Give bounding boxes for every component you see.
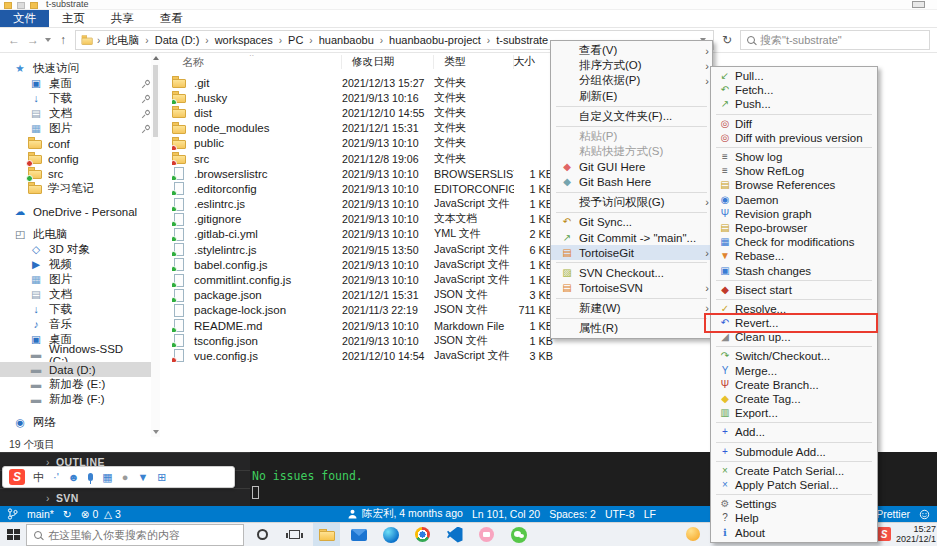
sidebar-item[interactable]: config	[0, 151, 160, 166]
menu-item[interactable]: YMerge...	[711, 364, 877, 378]
lang-chinese-icon[interactable]: 中	[33, 472, 44, 483]
menu-item[interactable]: ◉Daemon	[711, 193, 877, 207]
menu-item[interactable]: ≡Show RefLog	[711, 164, 877, 178]
emoji-icon[interactable]: ☻	[68, 472, 80, 483]
sidebar-item[interactable]: ▶视频	[0, 257, 160, 272]
sidebar-item[interactable]: ▬新加卷 (E:)	[0, 377, 160, 392]
indent-setting[interactable]: Spaces: 2	[549, 508, 596, 520]
sidebar-item[interactable]: ◰此电脑	[0, 227, 160, 242]
up-button[interactable]: ↑	[56, 33, 70, 47]
keyboard-icon[interactable]: ▦	[102, 472, 112, 483]
menu-item[interactable]: ⚙Settings	[711, 497, 877, 511]
menu-item[interactable]: ↶Fetch...	[711, 83, 877, 97]
sidebar-item[interactable]: ◉网络	[0, 415, 160, 430]
eol-setting[interactable]: LF	[644, 508, 656, 520]
search-input[interactable]	[760, 34, 923, 46]
sidebar-item[interactable]: ▤文档	[0, 106, 160, 121]
sidebar-item[interactable]: src	[0, 166, 160, 181]
breadcrumb-item[interactable]: huanbaobu	[315, 34, 378, 46]
problems-indicator[interactable]: ⊗ 0 △ 3	[81, 508, 121, 520]
menu-item[interactable]: ◆Bisect start	[711, 283, 877, 297]
menu-item[interactable]: 粘贴(P)	[551, 129, 712, 144]
search-box[interactable]	[740, 30, 930, 50]
taskbar-app-mail[interactable]	[345, 523, 372, 546]
sidebar-item[interactable]: ◇3D 对象	[0, 242, 160, 257]
encoding-setting[interactable]: UTF-8	[605, 508, 635, 520]
sidebar-item[interactable]: ★快速访问	[0, 61, 160, 76]
taskbar-search[interactable]	[26, 524, 244, 546]
menu-item[interactable]: ▤Repo-browser	[711, 221, 877, 235]
sidebar-scrollbar[interactable]	[151, 53, 160, 437]
menu-item[interactable]: 粘贴快捷方式(S)	[551, 144, 712, 159]
menu-item[interactable]: ↙Pull...	[711, 69, 877, 83]
breadcrumb-item[interactable]: workspaces	[211, 34, 277, 46]
ime-tray-icon[interactable]: S	[877, 527, 891, 541]
menu-item[interactable]: 属性(R)	[551, 321, 712, 336]
menu-item[interactable]: 授予访问权限(G)›	[551, 195, 712, 210]
branch-name[interactable]: main*	[27, 508, 54, 520]
assistant-ball-icon[interactable]	[686, 527, 700, 541]
breadcrumb-item[interactable]: t-substrate	[492, 34, 552, 46]
menu-item[interactable]: ◆Git GUI Here	[551, 159, 712, 174]
sidebar-item[interactable]: ▦图片	[0, 121, 160, 136]
column-header-type[interactable]: 类型	[434, 55, 514, 69]
breadcrumb-item[interactable]: 此电脑	[102, 33, 143, 48]
sogou-logo-icon[interactable]: S	[9, 469, 25, 485]
scroll-up-icon[interactable]	[153, 56, 159, 60]
taskbar-app-wechat[interactable]	[505, 523, 532, 546]
taskbar-app-vscode[interactable]	[441, 523, 468, 546]
ribbon-tab-主页[interactable]: 主页	[49, 10, 98, 27]
menu-item[interactable]: 自定义文件夹(F)...	[551, 109, 712, 124]
scroll-down-icon[interactable]	[153, 430, 159, 434]
taskbar-search-input[interactable]	[48, 529, 236, 541]
menu-item[interactable]: ΨCreate Branch...	[711, 378, 877, 392]
sidebar-item[interactable]: 学习笔记	[0, 181, 160, 196]
sidebar-item[interactable]: ↓下载	[0, 91, 160, 106]
menu-item[interactable]: ?Help	[711, 511, 877, 525]
menu-item[interactable]: ▼Rebase...	[711, 249, 877, 263]
microphone-icon[interactable]	[88, 472, 93, 483]
taskbar-app-cortana[interactable]	[249, 523, 276, 546]
menu-item[interactable]: 分组依据(P)›	[551, 73, 712, 88]
menu-item[interactable]: ↶Revert...	[711, 316, 877, 330]
ribbon-tab-共享[interactable]: 共享	[98, 10, 147, 27]
sidebar-item[interactable]: ▤文档	[0, 287, 160, 302]
person-icon[interactable]: ●	[122, 472, 129, 483]
menu-item[interactable]: +Submodule Add...	[711, 445, 877, 459]
menu-item[interactable]: 查看(V)›	[551, 43, 712, 58]
menu-item[interactable]: 新建(W)›	[551, 301, 712, 316]
menu-item[interactable]: +Add...	[711, 425, 877, 439]
skin-icon[interactable]: ▼	[137, 472, 148, 483]
menu-item[interactable]: ▥Export...	[711, 406, 877, 420]
menu-item[interactable]: ▨SVN Checkout...	[551, 265, 712, 280]
menu-item[interactable]: ◎Diff with previous version	[711, 131, 877, 145]
menu-item[interactable]: ΨRevision graph	[711, 207, 877, 221]
start-button[interactable]	[0, 523, 26, 546]
punctuation-icon[interactable]: ·'	[53, 472, 59, 483]
menu-item[interactable]: ▣Stash changes	[711, 263, 877, 277]
toolbox-icon[interactable]: ⊞	[157, 472, 166, 483]
menu-item[interactable]: ↶Git Sync...	[551, 215, 712, 230]
menu-item[interactable]: ◆Git Bash Here	[551, 175, 712, 190]
scroll-thumb[interactable]	[153, 65, 158, 137]
sidebar-item[interactable]: ▬Windows-SSD (C:)	[0, 347, 160, 362]
back-button[interactable]: ←	[7, 33, 21, 47]
sidebar-item[interactable]: ▦图片	[0, 272, 160, 287]
column-header-date[interactable]: 修改日期	[342, 55, 434, 69]
menu-item[interactable]: ↗Git Commit -> "main"...	[551, 230, 712, 245]
menu-item[interactable]: ◆Create Tag...	[711, 392, 877, 406]
menu-item[interactable]: ×Apply Patch Serial...	[711, 478, 877, 492]
menu-item[interactable]: ◎Diff	[711, 117, 877, 131]
menu-item[interactable]: ▤Browse References	[711, 178, 877, 192]
cursor-position[interactable]: Ln 101, Col 20	[472, 508, 540, 520]
sidebar-item[interactable]: ▬Data (D:)	[0, 362, 160, 377]
menu-item[interactable]: ▤TortoiseSVN›	[551, 281, 712, 296]
taskbar-app-chrome[interactable]	[409, 523, 436, 546]
history-dropdown-icon[interactable]	[45, 38, 51, 42]
menu-item[interactable]: ↷Switch/Checkout...	[711, 349, 877, 363]
ribbon-tab-文件[interactable]: 文件	[0, 10, 49, 27]
panel-section-svn[interactable]: ›SVN	[0, 488, 250, 506]
taskbar-app-edge[interactable]	[377, 523, 404, 546]
menu-item[interactable]: ↗Push...	[711, 97, 877, 111]
sidebar-item[interactable]: ▣桌面	[0, 76, 160, 91]
